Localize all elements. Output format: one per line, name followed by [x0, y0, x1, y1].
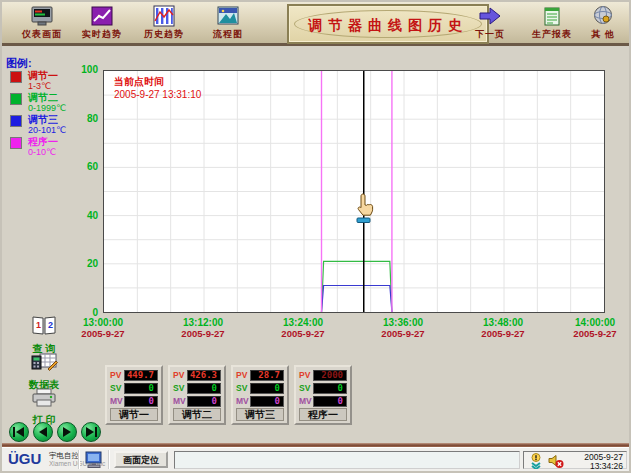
- value-panel: PV2000SV0MV0程序一: [294, 365, 352, 425]
- next-page-icon: [477, 5, 503, 27]
- legend-range: 0-1999℃: [28, 103, 98, 113]
- sv-label: SV: [299, 383, 313, 393]
- y-tick-label: 60: [60, 161, 98, 172]
- toolbar-button-label: 其 他: [580, 28, 626, 41]
- y-tick-label: 80: [60, 113, 98, 124]
- next-icon: [60, 426, 74, 438]
- next-button[interactable]: [57, 422, 77, 442]
- sv-label: SV: [236, 383, 250, 393]
- last-icon: [84, 426, 98, 438]
- toolbar-button-label: 历史趋势: [134, 28, 194, 41]
- page-title: 调节器曲线图历史: [289, 17, 487, 35]
- instrument-screen-icon: [29, 5, 55, 27]
- x-tick-label: 13:36:002005-9-27: [363, 317, 443, 339]
- toolbar-button-label: 流程图: [198, 28, 258, 41]
- first-icon: [12, 426, 26, 438]
- pv-label: PV: [299, 370, 313, 380]
- y-tick-label: 100: [60, 64, 98, 75]
- tray-mute-icon[interactable]: [548, 453, 564, 469]
- legend-swatch: [10, 115, 22, 127]
- tray-agent-icon[interactable]: [528, 453, 544, 469]
- ugu-logo: ÜGU: [8, 450, 41, 467]
- toolbar-button-other[interactable]: 其 他: [580, 5, 626, 43]
- pv-label: PV: [236, 370, 250, 380]
- flowchart-icon: [215, 5, 241, 27]
- mv-value: 0: [124, 396, 158, 407]
- sv-value: 0: [124, 383, 158, 394]
- toolbar-button-flowchart[interactable]: 流程图: [198, 5, 258, 43]
- toolbar-button-instrument-screen[interactable]: 仪表画面: [12, 5, 72, 43]
- toolbar-button-realtime-trend[interactable]: 实时趋势: [72, 5, 132, 43]
- toolbar-button-label: 生产报表: [522, 28, 582, 41]
- x-tick-label: 13:24:002005-9-27: [263, 317, 343, 339]
- pv-value: 28.7: [250, 370, 284, 381]
- taskbar-divider: [108, 450, 110, 469]
- pv-label: PV: [173, 370, 187, 380]
- legend-range: 1-3℃: [28, 81, 98, 91]
- y-tick-label: 20: [60, 258, 98, 269]
- panel-title: 调节二: [173, 408, 221, 421]
- toolbar-button-production-report[interactable]: 生产报表: [522, 5, 582, 43]
- status-panel: [174, 451, 520, 469]
- value-panel: PV449.7SV0MV0调节一: [105, 365, 163, 425]
- query-button[interactable]: 1 2 查 询: [24, 313, 64, 356]
- datasheet-icon: [30, 351, 58, 373]
- panel-title: 调节一: [110, 408, 158, 421]
- sv-value: 0: [313, 383, 347, 394]
- legend-item: 程序一0-10℃: [10, 136, 98, 158]
- top-toolbar: 仪表画面 实时趋势 历史趋势: [2, 2, 629, 46]
- x-tick-label: 13:00:002005-9-27: [63, 317, 143, 339]
- mv-value: 0: [313, 396, 347, 407]
- query-book-icon: 1 2: [30, 313, 58, 337]
- legend-item: 调节二0-1999℃: [10, 92, 98, 114]
- taskbar: ÜGU 宇电自控 Xiamen UGU AI Inc 画面定位: [2, 447, 629, 471]
- legend-swatch: [10, 137, 22, 149]
- last-page-button[interactable]: [81, 422, 101, 442]
- toolbar-button-label: 实时趋势: [72, 28, 132, 41]
- legend-swatch: [10, 93, 22, 105]
- cursor-annotation-title: 当前点时间: [114, 75, 164, 89]
- hmi-window: 仪表画面 实时趋势 历史趋势: [0, 0, 631, 473]
- toolbar-button-history-trend[interactable]: 历史趋势: [134, 5, 194, 43]
- report-icon: [539, 5, 565, 27]
- first-page-button[interactable]: [9, 422, 29, 442]
- system-tray: 2005-9-27 13:34:26: [523, 451, 627, 469]
- clock-date: 2005-9-27: [584, 453, 623, 462]
- legend-range: 0-10℃: [28, 147, 98, 157]
- mv-value: 0: [250, 396, 284, 407]
- x-tick-label: 13:48:002005-9-27: [463, 317, 543, 339]
- chart-plot[interactable]: [103, 70, 605, 313]
- panel-title: 程序一: [299, 408, 347, 421]
- svg-text:2: 2: [48, 320, 53, 330]
- mv-label: MV: [110, 396, 124, 406]
- pv-value: 449.7: [124, 370, 158, 381]
- toolbar-button-label: 仪表画面: [12, 28, 72, 41]
- legend-range: 20-101℃: [28, 125, 98, 135]
- y-tick-label: 40: [60, 210, 98, 221]
- screen-locate-button[interactable]: 画面定位: [114, 451, 168, 468]
- cursor-annotation-time: 2005-9-27 13:31:10: [114, 89, 201, 100]
- toolbar-button-next-page[interactable]: 下一页: [460, 5, 520, 43]
- mv-label: MV: [236, 396, 250, 406]
- x-tick-label: 13:12:002005-9-27: [163, 317, 243, 339]
- clock: 2005-9-27 13:34:26: [584, 452, 623, 470]
- computer-icon[interactable]: [84, 451, 104, 469]
- mv-label: MV: [173, 396, 187, 406]
- pv-value: 426.3: [187, 370, 221, 381]
- hand-cursor-icon: [352, 193, 374, 227]
- svg-text:1: 1: [36, 320, 41, 330]
- value-panel: PV426.3SV0MV0调节二: [168, 365, 226, 425]
- prev-button[interactable]: [33, 422, 53, 442]
- sv-label: SV: [110, 383, 124, 393]
- legend-name: 调节二: [28, 92, 98, 103]
- clock-time: 13:34:26: [584, 462, 623, 471]
- prev-icon: [36, 426, 50, 438]
- sv-value: 0: [187, 383, 221, 394]
- data-table-button[interactable]: 数据表: [24, 351, 64, 392]
- x-tick-label: 14:00:002005-9-27: [555, 317, 631, 339]
- printer-icon: [30, 388, 58, 408]
- pv-label: PV: [110, 370, 124, 380]
- other-icon: [590, 5, 616, 27]
- history-trend-icon: [151, 5, 177, 27]
- value-panel: PV28.7SV0MV0调节三: [231, 365, 289, 425]
